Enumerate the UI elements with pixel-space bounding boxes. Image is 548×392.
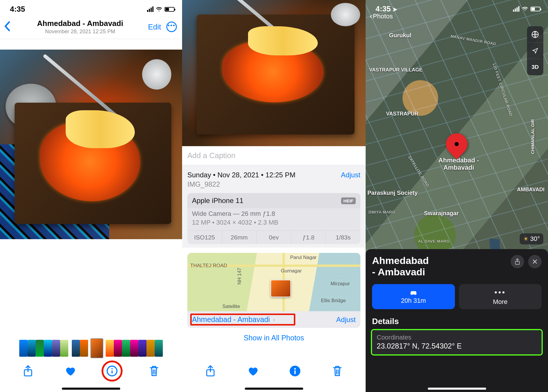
- device-name: Apple iPhone 11: [192, 197, 243, 205]
- format-badge: HEIF: [341, 197, 356, 204]
- wifi-icon: [522, 6, 528, 12]
- chevron-right-icon: ›: [273, 316, 275, 323]
- back-button[interactable]: [4, 21, 11, 33]
- temperature-value: 30°: [530, 235, 540, 243]
- photo-preview[interactable]: [182, 0, 366, 146]
- more-options-button[interactable]: ••• More: [459, 284, 542, 309]
- adjust-date-button[interactable]: Adjust: [341, 171, 360, 179]
- device-info-card: Apple iPhone 11 HEIF Wide Camera — 26 mm…: [187, 193, 360, 244]
- caption-placeholder: Add a Caption: [187, 151, 235, 160]
- close-sheet-button[interactable]: [528, 255, 542, 268]
- weather-badge[interactable]: ☀ 30°: [520, 233, 543, 244]
- exif-row: ISO125 26mm 0ev ƒ1.8 1/83s: [187, 230, 360, 244]
- exif-iso: ISO125: [187, 230, 222, 244]
- cellular-icon: [513, 6, 519, 12]
- map-label: THALTEJ ROAD: [190, 263, 227, 269]
- car-icon: [409, 289, 418, 296]
- map-road-label: DMIYA MARG: [369, 210, 395, 214]
- map-label: Satellite: [222, 304, 240, 309]
- svg-point-3: [111, 368, 113, 369]
- map-label: Gurnagar: [281, 268, 302, 274]
- map-label: NH 147: [237, 268, 242, 285]
- photo-metadata: Sunday • Nov 28, 2021 • 12:25 PM Adjust …: [182, 165, 366, 248]
- map-area-label: CHIMANLAL GIR: [530, 119, 535, 154]
- active-thumbnail[interactable]: [90, 338, 103, 358]
- map-mode-button[interactable]: [527, 26, 543, 43]
- status-time: 4:35: [10, 5, 25, 14]
- coordinates-label: Coordinates: [377, 334, 537, 341]
- mini-map[interactable]: THALTEJ ROAD Parul Nagar Gurnagar Mirzap…: [187, 253, 360, 311]
- photo-header: Ahmedabad - Ambavadi November 28, 2021 1…: [0, 16, 182, 39]
- sheet-title: Ahmedabad- Ambavadi: [372, 255, 429, 278]
- battery-icon: [530, 7, 540, 11]
- svg-rect-7: [294, 370, 296, 374]
- info-button-active[interactable]: [287, 363, 303, 379]
- status-bar: 4:35: [0, 0, 182, 16]
- details-heading: Details: [372, 317, 542, 326]
- locate-me-button[interactable]: [527, 43, 543, 59]
- map-label: Parul Nagar: [290, 255, 317, 260]
- status-bar: 4:35➤: [366, 0, 548, 16]
- more-label: More: [493, 298, 507, 306]
- location-sheet[interactable]: Ahmedabad- Ambavadi 20h 31m ••• More Det…: [366, 249, 548, 392]
- edit-button[interactable]: Edit: [148, 22, 161, 32]
- map-controls: 3D: [527, 26, 543, 75]
- photo-toolbar: [0, 363, 182, 379]
- directions-button[interactable]: 20h 31m: [372, 284, 455, 309]
- location-card: THALTEJ ROAD Parul Nagar Gurnagar Mirzap…: [187, 253, 360, 328]
- svg-point-6: [294, 368, 296, 370]
- view-3d-button[interactable]: 3D: [527, 59, 543, 75]
- home-indicator[interactable]: [428, 388, 486, 390]
- metadata-filename: IMG_9822: [187, 180, 360, 188]
- map-area-label: VASTRAPUR: [386, 111, 418, 117]
- ellipsis-icon: •••: [495, 288, 506, 297]
- location-services-icon: ➤: [392, 6, 397, 13]
- wifi-icon: [156, 6, 162, 13]
- coordinates-card[interactable]: Coordinates 23.02817° N, 72.54302° E: [372, 330, 542, 354]
- favorite-button[interactable]: [62, 363, 78, 379]
- more-button[interactable]: •••: [166, 22, 177, 32]
- info-button[interactable]: [104, 363, 120, 379]
- back-label: Photos: [373, 13, 393, 20]
- drive-time: 20h 31m: [401, 297, 426, 304]
- cellular-icon: [147, 6, 153, 12]
- exif-shutter: 1/83s: [326, 230, 360, 244]
- share-button[interactable]: [20, 363, 36, 379]
- battery-icon: [165, 7, 174, 12]
- photo-location-title: Ahmedabad - Ambavadi: [13, 19, 147, 28]
- back-to-photos-button[interactable]: ‹ Photos: [370, 12, 393, 21]
- exif-focal: 26mm: [222, 230, 257, 244]
- caption-input[interactable]: Add a Caption: [182, 146, 366, 165]
- map-road-label: AL DAVE MARG: [418, 239, 450, 244]
- delete-button[interactable]: [146, 363, 162, 379]
- home-indicator[interactable]: [245, 388, 303, 390]
- chevron-left-icon: ‹: [370, 12, 372, 21]
- map-area-label: Paraskunj Society: [367, 190, 418, 196]
- metadata-datetime: Sunday • Nov 28, 2021 • 12:25 PM: [187, 171, 295, 179]
- coordinates-value: 23.02817° N, 72.54302° E: [377, 342, 537, 350]
- exif-ev: 0ev: [257, 230, 292, 244]
- sun-icon: ☀: [523, 235, 528, 242]
- favorite-button[interactable]: [245, 363, 261, 379]
- map-photo-pin[interactable]: [270, 280, 291, 297]
- adjust-location-button[interactable]: Adjust: [336, 316, 356, 324]
- home-indicator[interactable]: [62, 388, 120, 390]
- lens-info: Wide Camera — 26 mm ƒ1.8: [187, 208, 360, 219]
- photo-thumbnail-strip[interactable]: [0, 338, 182, 358]
- exif-aperture: ƒ1.8: [291, 230, 326, 244]
- map-area-label: VASTRAPUR VILLAGE: [369, 67, 423, 73]
- map-label: Mirzapur: [331, 281, 350, 287]
- map-pin[interactable]: Ahmedabad -Ambavadi: [446, 133, 467, 155]
- map-area-label: Gurukul: [389, 32, 411, 39]
- delete-button[interactable]: [329, 363, 345, 379]
- status-icons: [147, 6, 174, 13]
- status-icons: [513, 6, 540, 12]
- share-button[interactable]: [202, 363, 219, 379]
- photo-main[interactable]: [0, 50, 182, 239]
- location-name-button[interactable]: Ahmedabad - Ambavadi: [192, 315, 270, 323]
- photo-toolbar: [182, 363, 366, 379]
- map-area-label: Swarajnagar: [424, 210, 459, 217]
- show-in-all-photos-button[interactable]: Show in All Photos: [182, 334, 366, 342]
- share-location-button[interactable]: [511, 255, 524, 268]
- map-label: Ellis Bridge: [321, 298, 346, 304]
